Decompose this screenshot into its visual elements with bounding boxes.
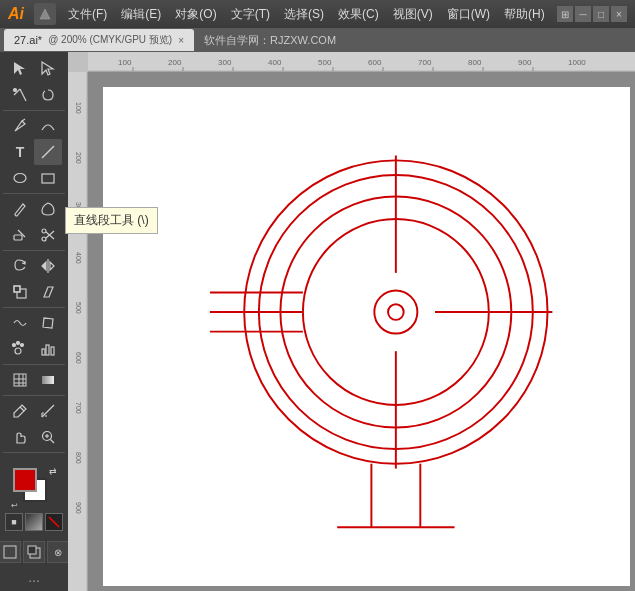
eraser-tool[interactable] <box>6 222 34 248</box>
svg-point-6 <box>14 89 17 92</box>
svg-text:200: 200 <box>168 58 182 67</box>
svg-marker-3 <box>42 62 53 75</box>
grid-layout-btn[interactable]: ⊞ <box>557 6 573 22</box>
canvas-area: 100 200 300 400 500 600 700 800 900 1000… <box>68 52 635 591</box>
direct-selection-tool[interactable] <box>34 56 62 82</box>
tab-bar: 27.ai* @ 200% (CMYK/GPU 预览) × 软件自学网：RJZX… <box>0 28 635 52</box>
rect-tool[interactable] <box>34 165 62 191</box>
svg-text:400: 400 <box>75 252 82 264</box>
type-tool[interactable]: T <box>6 139 34 165</box>
svg-line-39 <box>42 405 54 417</box>
foreground-color-swatch[interactable] <box>13 468 37 492</box>
rotate-tool[interactable] <box>6 253 34 279</box>
more-tools-btn[interactable]: ... <box>26 567 42 587</box>
menu-view[interactable]: 视图(V) <box>387 4 439 25</box>
svg-text:600: 600 <box>368 58 382 67</box>
selection-tool[interactable] <box>6 56 34 82</box>
scissors-tool[interactable] <box>34 222 62 248</box>
svg-point-9 <box>14 174 26 183</box>
ruler-horizontal: 100 200 300 400 500 600 700 800 900 1000 <box>88 52 635 72</box>
title-bar: Ai 文件(F) 编辑(E) 对象(O) 文字(T) 选择(S) 效果(C) 视… <box>0 0 635 28</box>
svg-point-13 <box>42 229 46 233</box>
menu-select[interactable]: 选择(S) <box>278 4 330 25</box>
gradient-mode-btn[interactable] <box>25 513 43 531</box>
paintbrush-tool[interactable] <box>6 196 34 222</box>
reflect-tool[interactable] <box>34 253 62 279</box>
svg-rect-48 <box>4 546 16 558</box>
reset-colors-icon[interactable]: ↩ <box>11 501 18 510</box>
color-mode-btn[interactable]: ■ <box>5 513 23 531</box>
tool-row-pen <box>0 113 68 139</box>
warp-tool[interactable] <box>6 310 34 336</box>
curvature-tool[interactable] <box>34 113 62 139</box>
symbol-sprayer-tool[interactable] <box>6 336 34 362</box>
tool-row-type: T <box>0 139 68 165</box>
minimize-btn[interactable]: ─ <box>575 6 591 22</box>
svg-rect-11 <box>14 235 22 240</box>
pen-tool[interactable] <box>6 113 34 139</box>
svg-point-14 <box>42 237 46 241</box>
color-area: ⇄ ↩ ■ <box>0 460 69 537</box>
ruler-vertical: 100 200 300 400 500 600 700 800 900 <box>68 72 88 591</box>
svg-rect-29 <box>42 349 45 355</box>
artboard-tools: ⊗ <box>0 541 69 563</box>
svg-line-15 <box>46 232 54 239</box>
svg-rect-50 <box>28 546 36 554</box>
tab-close-btn[interactable]: × <box>178 35 184 46</box>
menu-help[interactable]: 帮助(H) <box>498 4 551 25</box>
toolbar-bottom: ⊗ ... <box>0 537 73 591</box>
line-segment-tool[interactable] <box>34 139 62 165</box>
svg-marker-18 <box>42 262 46 270</box>
svg-point-26 <box>13 344 16 347</box>
eyedropper-tool[interactable] <box>6 398 34 424</box>
artboard <box>103 87 630 586</box>
tab-filename: 27.ai* <box>14 34 42 46</box>
draw-inside-btn[interactable]: ⊗ <box>47 541 69 563</box>
menu-text[interactable]: 文字(T) <box>225 4 276 25</box>
blob-brush-tool[interactable] <box>34 196 62 222</box>
window-controls: ⊞ ─ □ × <box>557 6 627 22</box>
document-tab[interactable]: 27.ai* @ 200% (CMYK/GPU 预览) × <box>4 29 194 51</box>
menu-window[interactable]: 窗口(W) <box>441 4 496 25</box>
color-swatches: ⇄ ↩ <box>11 466 57 510</box>
menu-effect[interactable]: 效果(C) <box>332 4 385 25</box>
tool-row-selection <box>0 56 68 82</box>
zoom-tool[interactable] <box>34 424 62 450</box>
ellipse-tool[interactable] <box>6 165 34 191</box>
hand-tool[interactable] <box>6 424 34 450</box>
gradient-tool[interactable] <box>34 367 62 393</box>
none-mode-btn[interactable] <box>45 513 63 531</box>
svg-text:200: 200 <box>75 152 82 164</box>
mesh-tool[interactable] <box>6 367 34 393</box>
lasso-tool[interactable] <box>34 82 62 108</box>
svg-text:700: 700 <box>418 58 432 67</box>
color-mode-row: ■ <box>5 513 63 531</box>
app-icon[interactable] <box>34 3 56 25</box>
svg-rect-37 <box>42 376 54 384</box>
svg-text:400: 400 <box>268 58 282 67</box>
site-info: 软件自学网：RJZXW.COM <box>194 29 346 51</box>
svg-point-25 <box>15 348 21 354</box>
svg-line-7 <box>22 119 25 121</box>
menu-object[interactable]: 对象(O) <box>169 4 222 25</box>
tool-row-hand <box>0 424 68 450</box>
svg-line-44 <box>51 440 55 444</box>
svg-rect-10 <box>42 174 54 183</box>
menu-file[interactable]: 文件(F) <box>62 4 113 25</box>
free-distort-tool[interactable] <box>34 310 62 336</box>
shear-tool[interactable] <box>34 279 62 305</box>
draw-behind-btn[interactable] <box>23 541 45 563</box>
swap-colors-icon[interactable]: ⇄ <box>49 466 57 476</box>
draw-normal-btn[interactable] <box>0 541 21 563</box>
close-btn[interactable]: × <box>611 6 627 22</box>
scale-tool[interactable] <box>6 279 34 305</box>
svg-text:100: 100 <box>118 58 132 67</box>
menu-edit[interactable]: 编辑(E) <box>115 4 167 25</box>
svg-text:600: 600 <box>75 352 82 364</box>
measure-tool[interactable] <box>34 398 62 424</box>
maximize-btn[interactable]: □ <box>593 6 609 22</box>
svg-marker-2 <box>14 62 25 75</box>
svg-marker-24 <box>43 318 53 328</box>
magic-wand-tool[interactable] <box>6 82 34 108</box>
column-chart-tool[interactable] <box>34 336 62 362</box>
